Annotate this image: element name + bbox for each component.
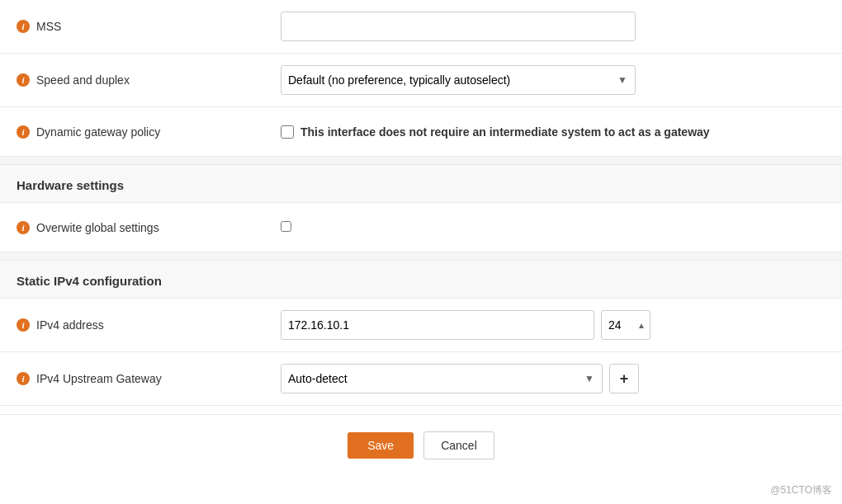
- add-gateway-button[interactable]: +: [609, 364, 639, 393]
- ipv4-address-control: ▲: [281, 310, 825, 340]
- cidr-wrapper: ▲: [601, 310, 650, 340]
- page-container: i MSS i Speed and duplex Default (no pre…: [0, 0, 842, 504]
- speed-duplex-select[interactable]: Default (no preference, typically autose…: [281, 65, 636, 95]
- dynamic-gateway-label-text: Dynamic gateway policy: [36, 125, 160, 139]
- save-button[interactable]: Save: [348, 432, 414, 459]
- overwrite-global-info-icon[interactable]: i: [17, 221, 30, 234]
- ipv4-address-info-icon[interactable]: i: [17, 318, 30, 332]
- mss-input[interactable]: [281, 12, 636, 41]
- static-ipv4-title: Static IPv4 configuration: [17, 274, 162, 288]
- gateway-select[interactable]: Auto-detect None: [281, 364, 603, 393]
- speed-duplex-row: i Speed and duplex Default (no preferenc…: [0, 54, 842, 107]
- speed-duplex-control: Default (no preference, typically autose…: [281, 65, 825, 95]
- ipv4-address-label-text: IPv4 address: [36, 318, 104, 332]
- mss-control: [281, 12, 825, 41]
- hardware-settings-section: Hardware settings: [0, 165, 842, 203]
- ipv4-address-row: i IPv4 address ▲: [0, 299, 842, 352]
- overwrite-global-control: [281, 221, 825, 234]
- ipv4-upstream-gateway-control: Auto-detect None ▼ +: [281, 364, 825, 393]
- gateway-input-group: Auto-detect None ▼ +: [281, 364, 825, 393]
- dynamic-gateway-control: This interface does not require an inter…: [281, 125, 825, 139]
- dynamic-gateway-row: i Dynamic gateway policy This interface …: [0, 107, 842, 157]
- ipv4-address-label: i IPv4 address: [17, 318, 281, 332]
- mss-label-text: MSS: [36, 20, 61, 33]
- ipv4-upstream-gateway-label: i IPv4 Upstream Gateway: [17, 372, 281, 385]
- speed-duplex-label: i Speed and duplex: [17, 73, 281, 87]
- overwrite-global-label: i Overwite global settings: [17, 221, 281, 234]
- ipv4-upstream-gateway-info-icon[interactable]: i: [17, 372, 30, 385]
- speed-duplex-label-text: Speed and duplex: [36, 73, 130, 87]
- footer-actions: Save Cancel: [0, 414, 842, 476]
- dynamic-gateway-checkbox-label: This interface does not require an inter…: [300, 125, 710, 139]
- dynamic-gateway-label: i Dynamic gateway policy: [17, 125, 281, 139]
- mss-label: i MSS: [17, 20, 281, 33]
- dynamic-gateway-checkbox-row: This interface does not require an inter…: [281, 125, 825, 139]
- speed-duplex-select-wrapper: Default (no preference, typically autose…: [281, 65, 636, 95]
- ipv4-address-input-group: ▲: [281, 310, 825, 340]
- gateway-select-wrapper: Auto-detect None ▼: [281, 364, 603, 393]
- ipv4-upstream-gateway-label-text: IPv4 Upstream Gateway: [36, 372, 162, 385]
- overwrite-global-checkbox[interactable]: [281, 221, 291, 232]
- mss-row: i MSS: [0, 0, 842, 54]
- spacer-2: [0, 252, 842, 261]
- mss-info-icon[interactable]: i: [17, 20, 30, 33]
- dynamic-gateway-info-icon[interactable]: i: [17, 125, 30, 139]
- hardware-settings-title: Hardware settings: [17, 178, 124, 192]
- static-ipv4-section: Static IPv4 configuration: [0, 261, 842, 299]
- cidr-input[interactable]: [601, 310, 650, 340]
- spacer-1: [0, 157, 842, 165]
- dynamic-gateway-checkbox[interactable]: [281, 125, 294, 139]
- ipv4-address-input[interactable]: [281, 310, 594, 340]
- watermark: @51CTO博客: [770, 483, 832, 497]
- cancel-button[interactable]: Cancel: [423, 431, 494, 459]
- speed-duplex-info-icon[interactable]: i: [17, 73, 30, 87]
- overwrite-global-row: i Overwite global settings: [0, 203, 842, 252]
- ipv4-upstream-gateway-row: i IPv4 Upstream Gateway Auto-detect None…: [0, 352, 842, 406]
- overwrite-global-label-text: Overwite global settings: [36, 221, 159, 234]
